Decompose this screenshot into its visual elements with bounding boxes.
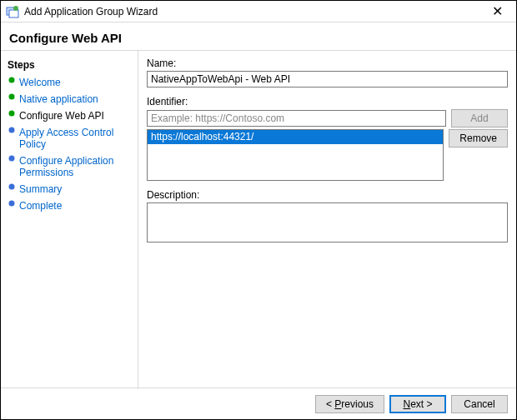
bullet-icon (8, 77, 16, 83)
step-label: Configure Web API (19, 110, 134, 122)
identifier-label: Identifier: (147, 96, 508, 108)
step-label: Native application (19, 93, 134, 105)
list-item[interactable]: https://localhost:44321/ (148, 130, 443, 144)
svg-point-7 (9, 156, 15, 162)
step-configure-web-api[interactable]: Configure Web API (4, 108, 138, 124)
bullet-icon (8, 183, 16, 190)
step-label: Welcome (19, 77, 134, 88)
close-icon[interactable]: ✕ (483, 5, 511, 18)
description-label: Description: (147, 189, 508, 201)
add-button[interactable]: Add (451, 109, 508, 128)
page-title: Configure Web API (1, 22, 516, 51)
step-label: Complete (19, 200, 134, 212)
next-button[interactable]: Next > (389, 395, 446, 413)
bullet-icon (8, 110, 16, 117)
remove-button[interactable]: Remove (449, 129, 508, 148)
window-title: Add Application Group Wizard (24, 6, 483, 18)
bullet-icon (8, 93, 16, 100)
name-input[interactable] (147, 71, 508, 88)
step-apply-access-control-policy[interactable]: Apply Access Control Policy (4, 124, 138, 152)
svg-point-6 (9, 128, 15, 133)
bullet-icon (8, 155, 16, 162)
previous-button[interactable]: < Previous (315, 395, 384, 413)
name-label: Name: (147, 58, 508, 69)
bullet-icon (8, 200, 16, 207)
svg-rect-1 (9, 10, 18, 18)
wizard-body: Steps Welcome Native application Configu… (1, 51, 516, 389)
svg-point-5 (9, 111, 15, 117)
step-summary[interactable]: Summary (4, 181, 138, 198)
step-label: Apply Access Control Policy (19, 127, 134, 150)
cancel-button[interactable]: Cancel (451, 395, 508, 413)
step-label: Configure Application Permissions (19, 155, 134, 178)
wizard-footer: < Previous Next > Cancel (1, 388, 516, 419)
titlebar: Add Application Group Wizard ✕ (1, 1, 516, 22)
svg-point-8 (9, 184, 15, 190)
form-panel: Name: Identifier: Add https://localhost:… (138, 51, 516, 389)
bullet-icon (8, 127, 16, 133)
steps-sidebar: Steps Welcome Native application Configu… (1, 51, 138, 389)
description-input[interactable] (147, 202, 508, 242)
steps-header: Steps (4, 58, 138, 74)
svg-point-3 (9, 78, 15, 83)
svg-point-4 (9, 94, 15, 100)
step-complete[interactable]: Complete (4, 198, 138, 214)
step-native-application[interactable]: Native application (4, 91, 138, 108)
svg-point-9 (9, 201, 15, 207)
app-icon (6, 5, 19, 18)
step-welcome[interactable]: Welcome (4, 74, 138, 91)
identifier-listbox[interactable]: https://localhost:44321/ (147, 129, 444, 181)
step-label: Summary (19, 183, 134, 195)
identifier-input[interactable] (147, 110, 446, 127)
svg-point-2 (13, 6, 18, 11)
step-configure-application-permissions[interactable]: Configure Application Permissions (4, 152, 138, 181)
